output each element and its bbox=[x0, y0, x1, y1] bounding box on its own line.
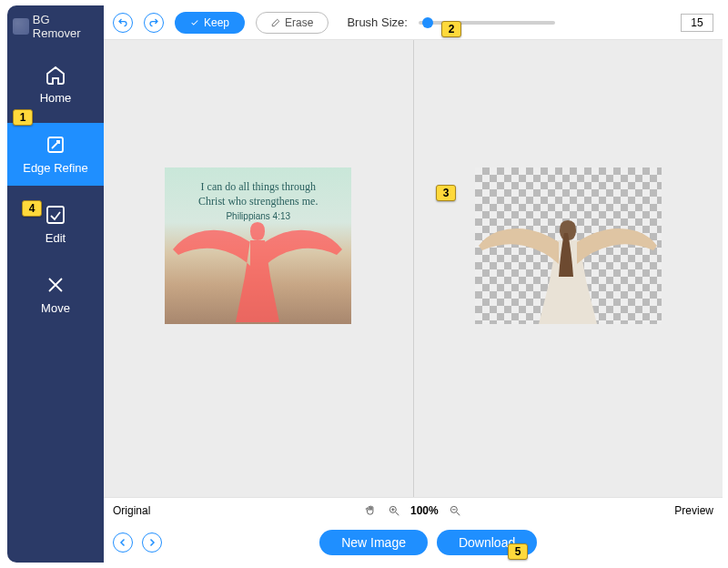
sidebar-item-home[interactable]: Home bbox=[7, 53, 104, 116]
keep-label: Keep bbox=[204, 16, 229, 29]
original-label: Original bbox=[113, 504, 150, 517]
sidebar-item-label: Edit bbox=[46, 231, 66, 245]
redo-button[interactable] bbox=[144, 13, 164, 33]
original-image: I can do all things through Christ who s… bbox=[165, 167, 351, 324]
brush-size-label: Brush Size: bbox=[347, 15, 407, 29]
zoom-value: 100% bbox=[410, 504, 439, 517]
toolbar: Keep Erase Brush Size: 15 bbox=[104, 5, 723, 40]
zoom-in-icon[interactable] bbox=[387, 503, 401, 518]
person-silhouette-masked bbox=[165, 167, 351, 324]
canvas-area: I can do all things through Christ who s… bbox=[104, 40, 723, 497]
sidebar-item-label: Move bbox=[41, 301, 70, 315]
status-bar: Original 100% Preview bbox=[104, 497, 723, 522]
svg-rect-1 bbox=[47, 207, 64, 223]
keep-button[interactable]: Keep bbox=[175, 12, 245, 34]
prev-image-button[interactable] bbox=[113, 532, 133, 553]
move-icon bbox=[45, 274, 66, 296]
preview-label: Preview bbox=[674, 504, 713, 517]
callout-2: 2 bbox=[441, 21, 461, 37]
workspace: Keep Erase Brush Size: 15 I can do all t… bbox=[104, 5, 723, 563]
preview-image bbox=[475, 167, 662, 324]
erase-button[interactable]: Erase bbox=[256, 12, 329, 34]
undo-button[interactable] bbox=[113, 13, 133, 33]
check-icon bbox=[190, 18, 199, 27]
edit-icon bbox=[45, 204, 66, 226]
app-title: BG Remover bbox=[33, 13, 100, 40]
next-image-button[interactable] bbox=[142, 532, 162, 553]
footer: New Image Download bbox=[104, 522, 723, 563]
new-image-button[interactable]: New Image bbox=[319, 530, 428, 555]
person-silhouette-cutout bbox=[475, 167, 662, 324]
preview-pane[interactable] bbox=[414, 40, 723, 497]
zoom-out-icon[interactable] bbox=[448, 503, 462, 518]
sidebar-item-move[interactable]: Move bbox=[7, 263, 104, 326]
sidebar: BG Remover Home Edge Refine Edit Move bbox=[7, 5, 104, 563]
erase-label: Erase bbox=[285, 16, 313, 29]
sidebar-item-edge-refine[interactable]: Edge Refine bbox=[7, 123, 104, 186]
app-header: BG Remover bbox=[7, 5, 104, 53]
callout-4: 4 bbox=[22, 200, 42, 217]
callout-5: 5 bbox=[508, 543, 528, 560]
home-icon bbox=[45, 64, 66, 86]
sidebar-item-label: Home bbox=[40, 91, 72, 105]
pan-hand-icon[interactable] bbox=[363, 503, 378, 518]
sidebar-item-label: Edge Refine bbox=[23, 161, 88, 175]
edge-refine-icon bbox=[45, 134, 66, 156]
callout-1: 1 bbox=[13, 109, 33, 126]
erase-icon bbox=[271, 18, 280, 27]
brush-size-input[interactable]: 15 bbox=[681, 14, 713, 32]
callout-3: 3 bbox=[436, 185, 456, 201]
original-pane[interactable]: I can do all things through Christ who s… bbox=[104, 40, 413, 497]
app-logo-icon bbox=[13, 18, 29, 35]
zoom-controls: 100% bbox=[363, 503, 462, 518]
